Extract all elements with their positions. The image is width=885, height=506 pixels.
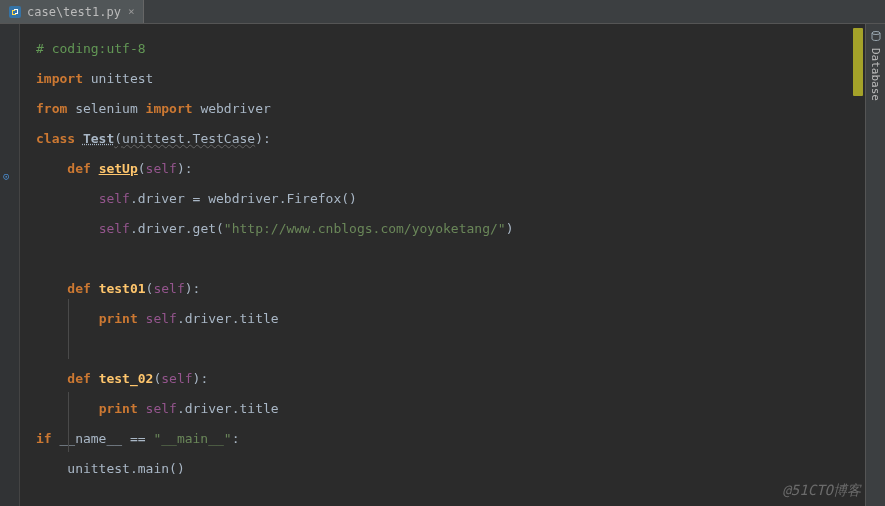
editor: ⊙ # coding:utf-8 import unittest from se…	[0, 24, 885, 506]
database-tool-tab[interactable]: Database	[865, 24, 885, 506]
code-line: def test_02(self):	[36, 364, 869, 394]
code-line: self.driver = webdriver.Firefox()	[36, 184, 869, 214]
code-line: self.driver.get("http://www.cnblogs.com/…	[36, 214, 869, 244]
gutter: ⊙	[0, 24, 20, 506]
code-line	[36, 244, 869, 274]
code-line: from selenium import webdriver	[36, 94, 869, 124]
python-file-icon	[8, 5, 22, 19]
code-line: print self.driver.title	[36, 304, 869, 334]
database-icon	[870, 30, 882, 44]
tab-filename: case\test1.py	[27, 5, 121, 19]
code-line: if __name__ == "__main__":	[36, 424, 869, 454]
code-line	[36, 334, 869, 364]
code-area[interactable]: # coding:utf-8 import unittest from sele…	[20, 24, 885, 506]
code-line: unittest.main()	[36, 454, 869, 484]
scrollbar-warning-marker[interactable]	[853, 28, 863, 96]
code-line: class Test(unittest.TestCase):	[36, 124, 869, 154]
watermark: @51CTO博客	[782, 482, 861, 500]
database-label: Database	[869, 48, 882, 101]
svg-point-1	[872, 32, 880, 35]
svg-rect-0	[9, 6, 21, 18]
close-icon[interactable]: ×	[128, 5, 135, 18]
code-line: # coding:utf-8	[36, 34, 869, 64]
code-line: def test01(self):	[36, 274, 869, 304]
code-line: print self.driver.title	[36, 394, 869, 424]
file-tab[interactable]: case\test1.py ×	[0, 0, 144, 23]
override-marker-icon[interactable]: ⊙	[3, 170, 10, 183]
code-line: def setUp(self):	[36, 154, 869, 184]
tab-bar: case\test1.py ×	[0, 0, 885, 24]
code-line: import unittest	[36, 64, 869, 94]
